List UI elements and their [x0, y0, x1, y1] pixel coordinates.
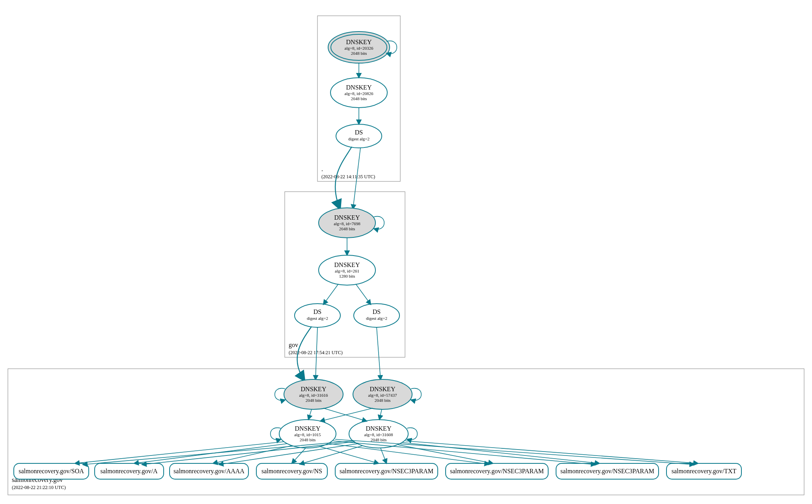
- e-z1-rr7: [335, 439, 694, 465]
- svg-text:alg=8, id=7698: alg=8, id=7698: [334, 221, 360, 226]
- svg-text:alg=8, id=1015: alg=8, id=1015: [294, 432, 321, 437]
- svg-text:DNSKEY: DNSKEY: [295, 425, 321, 432]
- node-root-ds: DS digest alg=2: [336, 124, 382, 148]
- zone-gov-ts: (2022-08-22 17:54:21 UTC): [289, 350, 343, 355]
- zone-sr-ts: (2022-08-22 21:22:10 UTC): [12, 485, 66, 490]
- svg-text:salmonrecovery.gov/TXT: salmonrecovery.gov/TXT: [672, 468, 737, 475]
- svg-text:DNSKEY: DNSKEY: [366, 425, 392, 432]
- svg-text:alg=8, id=20826: alg=8, id=20826: [345, 91, 373, 96]
- svg-text:salmonrecovery.gov/NSEC3PARAM: salmonrecovery.gov/NSEC3PARAM: [450, 468, 544, 475]
- svg-text:2048 bits: 2048 bits: [351, 96, 367, 101]
- svg-text:salmonrecovery.gov/NSEC3PARAM: salmonrecovery.gov/NSEC3PARAM: [340, 468, 433, 475]
- zone-gov-name: gov: [289, 342, 298, 349]
- node-rr5: salmonrecovery.gov/NSEC3PARAM: [446, 463, 548, 479]
- svg-text:2048 bits: 2048 bits: [375, 398, 391, 403]
- edge-sr-k1-z1: [308, 409, 312, 420]
- node-gov-ds2: DS digest alg=2: [354, 304, 399, 327]
- node-rr2: salmonrecovery.gov/AAAA: [170, 463, 248, 479]
- edge-gov-zsk-to-ds1: [323, 284, 338, 304]
- node-rr0: salmonrecovery.gov/SOA: [14, 463, 89, 479]
- e-z1-rr1: [134, 444, 287, 463]
- svg-point-20: [295, 304, 340, 327]
- svg-text:alg=8, id=31616: alg=8, id=31616: [299, 393, 328, 398]
- node-rr7: salmonrecovery.gov/TXT: [666, 463, 741, 479]
- e-z1-rr3: [292, 448, 306, 463]
- svg-text:salmonrecovery.gov/SOA: salmonrecovery.gov/SOA: [19, 468, 84, 475]
- zone-root-name: .: [321, 166, 323, 172]
- svg-text:DS: DS: [373, 308, 381, 315]
- svg-text:digest alg=2: digest alg=2: [366, 316, 387, 321]
- node-root-zsk: DNSKEY alg=8, id=20826 2048 bits: [330, 78, 387, 108]
- e-z2-rr7: [405, 441, 698, 463]
- zone-root-ts: (2022-08-22 14:11:35 UTC): [321, 174, 375, 179]
- svg-text:alg=8, id=20326: alg=8, id=20326: [345, 46, 373, 50]
- node-sr-ksk1: DNSKEY alg=8, id=31616 2048 bits: [284, 379, 343, 409]
- svg-text:salmonrecovery.gov/NS: salmonrecovery.gov/NS: [261, 468, 322, 475]
- svg-text:DNSKEY: DNSKEY: [334, 214, 360, 221]
- svg-text:salmonrecovery.gov/A: salmonrecovery.gov/A: [100, 468, 158, 475]
- svg-text:DNSKEY: DNSKEY: [346, 39, 372, 45]
- svg-text:2048 bits: 2048 bits: [339, 226, 355, 231]
- svg-text:digest alg=2: digest alg=2: [307, 316, 328, 321]
- svg-text:DNSKEY: DNSKEY: [334, 261, 360, 268]
- dnssec-graph: . (2022-08-22 14:11:35 UTC) DNSKEY alg=8…: [0, 0, 812, 504]
- svg-text:1280 bits: 1280 bits: [339, 274, 355, 278]
- node-rr4: salmonrecovery.gov/NSEC3PARAM: [335, 463, 438, 479]
- svg-text:alg=8, id=57437: alg=8, id=57437: [368, 393, 397, 398]
- svg-text:DNSKEY: DNSKEY: [301, 386, 327, 392]
- svg-text:alg=8, id=261: alg=8, id=261: [335, 269, 359, 273]
- node-rr1: salmonrecovery.gov/A: [95, 463, 164, 479]
- svg-text:DS: DS: [355, 129, 363, 136]
- node-rr3: salmonrecovery.gov/NS: [256, 463, 327, 479]
- svg-text:digest alg=2: digest alg=2: [348, 136, 370, 141]
- svg-text:DNSKEY: DNSKEY: [370, 386, 396, 392]
- node-sr-zsk1: DNSKEY alg=8, id=1015 2048 bits: [279, 420, 336, 448]
- edge-sr-k2-z1: [320, 408, 373, 421]
- edge-gov-ds2-to-sr: [377, 327, 381, 380]
- svg-text:2048 bits: 2048 bits: [371, 437, 387, 442]
- svg-text:2048 bits: 2048 bits: [300, 437, 316, 442]
- e-z2-rr6: [402, 442, 599, 463]
- node-gov-ds1: DS digest alg=2: [295, 304, 340, 327]
- node-rr6: salmonrecovery.gov/NSEC3PARAM: [556, 463, 659, 479]
- svg-point-23: [354, 304, 399, 327]
- svg-text:alg=8, id=31608: alg=8, id=31608: [364, 432, 393, 437]
- edge-sr-k1-z2: [323, 408, 367, 421]
- svg-text:DNSKEY: DNSKEY: [346, 84, 372, 91]
- node-gov-zsk: DNSKEY alg=8, id=261 1280 bits: [319, 255, 375, 285]
- edge-gov-zsk-to-ds2: [356, 284, 371, 304]
- svg-text:salmonrecovery.gov/NSEC3PARAM: salmonrecovery.gov/NSEC3PARAM: [560, 468, 654, 475]
- svg-text:2048 bits: 2048 bits: [351, 51, 367, 56]
- e-z2-rr3: [300, 446, 363, 464]
- edge-sr-k2-z2: [379, 409, 382, 420]
- svg-text:2048 bits: 2048 bits: [306, 398, 322, 403]
- node-gov-ksk: DNSKEY alg=8, id=7698 2048 bits: [319, 208, 375, 238]
- node-root-ksk: DNSKEY alg=8, id=20326 2048 bits: [328, 32, 390, 63]
- svg-point-9: [336, 124, 382, 148]
- node-sr-ksk2: DNSKEY alg=8, id=57437 2048 bits: [353, 379, 412, 409]
- svg-text:salmonrecovery.gov/AAAA: salmonrecovery.gov/AAAA: [174, 468, 245, 475]
- svg-text:DS: DS: [314, 308, 321, 315]
